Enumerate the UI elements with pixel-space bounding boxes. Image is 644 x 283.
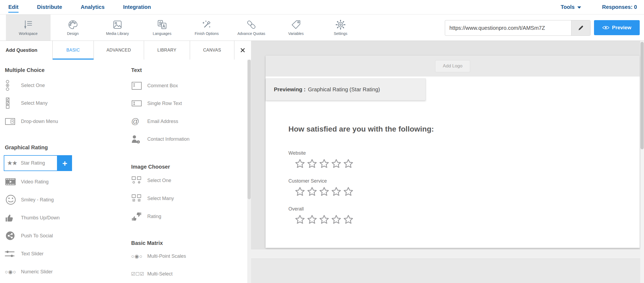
- qtype-image-rating[interactable]: Rating: [131, 211, 251, 222]
- tab-basic[interactable]: BASIC: [52, 41, 93, 60]
- film-icon: [5, 178, 17, 186]
- star-icon[interactable]: [331, 158, 342, 169]
- toolbar-languages[interactable]: Languages: [140, 14, 184, 41]
- star-icon[interactable]: [343, 186, 354, 197]
- star-icon[interactable]: [319, 214, 330, 225]
- add-logo-button[interactable]: Add Logo: [435, 60, 470, 72]
- qtype-comment-box[interactable]: Comment Box: [131, 80, 251, 92]
- toolbar-workspace[interactable]: Workspace: [6, 14, 51, 41]
- qtype-label: Select Many: [147, 196, 174, 201]
- edit-url-button[interactable]: [571, 20, 590, 35]
- at-sign-icon: @: [131, 117, 144, 126]
- qtype-label: Comment Box: [147, 83, 178, 89]
- qtype-select-many[interactable]: Select Many: [5, 97, 126, 109]
- dropdown-box-icon: [5, 115, 17, 127]
- qtype-multi-point-scales[interactable]: ○◉○ Multi-Point Scales: [131, 250, 251, 262]
- toolbar-settings[interactable]: Settings: [318, 14, 363, 41]
- panel-scrollbar-thumb[interactable]: [248, 60, 251, 199]
- survey-url-box: [445, 20, 591, 36]
- nav-right: Tools Responses: 0: [561, 4, 637, 10]
- qtype-star-rating-selected[interactable]: ★★ Star Rating +: [4, 155, 126, 171]
- star-icon[interactable]: [331, 186, 342, 197]
- radio-list-icon: [5, 79, 17, 91]
- translate-icon: [157, 19, 167, 30]
- pane-scrollbar[interactable]: [640, 41, 644, 283]
- star-rating-control: [294, 186, 355, 197]
- tab-advanced[interactable]: ADVANCED: [94, 41, 144, 60]
- survey-url-input[interactable]: [445, 20, 571, 35]
- qtype-thumbs-up-down[interactable]: Thumbs Up/Down: [5, 212, 126, 224]
- preview-button[interactable]: Preview: [594, 20, 640, 35]
- nav-edit[interactable]: Edit: [8, 4, 19, 10]
- qtype-label: Select One: [147, 178, 171, 183]
- qtype-label: Select One: [21, 83, 45, 88]
- toolbar-label: Settings: [334, 31, 348, 36]
- qtype-image-select-one[interactable]: Select One: [131, 175, 251, 186]
- qtype-video-rating[interactable]: Video Rating: [5, 176, 126, 188]
- qtype-smiley-rating[interactable]: Smiley - Rating: [5, 194, 126, 206]
- star-icon[interactable]: [294, 214, 306, 225]
- qtype-label: Select Many: [21, 100, 48, 106]
- qtype-multi-select[interactable]: ☑☐☑ Multi-Select: [131, 268, 251, 280]
- qtype-label: Drop-down Menu: [21, 119, 58, 124]
- qtype-single-row-text[interactable]: Single Row Text: [131, 97, 251, 109]
- toolbar-design[interactable]: Design: [51, 14, 95, 41]
- toolbar-label: Advance Quotas: [237, 31, 265, 36]
- star-rating-box[interactable]: ★★ Star Rating: [4, 155, 58, 171]
- qtype-image-select-many[interactable]: Select Many: [131, 193, 251, 204]
- star-icon[interactable]: [306, 158, 318, 169]
- nav-distribute[interactable]: Distribute: [37, 4, 62, 10]
- add-star-rating-button[interactable]: +: [58, 155, 72, 171]
- star-icon[interactable]: [294, 158, 306, 169]
- single-row-icon: [131, 97, 144, 109]
- nav-integration[interactable]: Integration: [123, 4, 151, 10]
- question-title: How satisfied are you with the following…: [288, 125, 434, 133]
- qtype-email-address[interactable]: @ Email Address: [131, 115, 251, 127]
- star-icon[interactable]: [294, 186, 306, 197]
- star-icon[interactable]: [343, 158, 354, 169]
- star-icon[interactable]: [319, 186, 330, 197]
- toolbar-label: Languages: [153, 31, 171, 36]
- nav-analytics[interactable]: Analytics: [81, 4, 105, 10]
- qtype-push-to-social[interactable]: Push To Social: [5, 230, 126, 242]
- qtype-label: Star Rating: [21, 160, 45, 166]
- pane-lower-strip: [251, 249, 644, 259]
- qtype-label: Numeric Slider: [21, 269, 53, 275]
- star-pair-icon: ★★: [7, 159, 17, 167]
- multi-checkbox-icon: ☑☐☑: [131, 271, 144, 277]
- section-title-graphical-rating: Graphical Rating: [5, 144, 126, 150]
- logo-band: Add Logo: [266, 56, 640, 77]
- star-icon[interactable]: [319, 158, 330, 169]
- toolbar-finish-options[interactable]: Finish Options: [184, 14, 229, 41]
- qtype-contact-information[interactable]: i Contact Information: [131, 133, 251, 145]
- qtype-label: Smiley - Rating: [21, 197, 54, 203]
- star-icon[interactable]: [306, 214, 318, 225]
- star-icon[interactable]: [343, 214, 354, 225]
- toolbar-variables[interactable]: Variables: [274, 14, 318, 41]
- section-title-text: Text: [131, 67, 251, 73]
- tab-library[interactable]: LIBRARY: [144, 41, 190, 60]
- tools-dropdown[interactable]: Tools: [561, 4, 581, 10]
- pane-scrollbar-thumb[interactable]: [641, 42, 644, 149]
- qtype-label: Rating: [147, 214, 161, 219]
- qtype-dropdown-menu[interactable]: Drop-down Menu: [5, 115, 126, 127]
- add-question-title: Add Question: [0, 41, 52, 60]
- qtype-select-one[interactable]: Select One: [5, 79, 126, 91]
- panel-scrollbar[interactable]: [247, 60, 251, 283]
- toolbar-media-library[interactable]: Media Library: [95, 14, 140, 41]
- preview-label: Preview: [612, 25, 631, 31]
- previewing-label: Previewing :: [274, 86, 306, 93]
- qtype-text-slider[interactable]: Text Slider: [5, 248, 126, 260]
- tools-label: Tools: [561, 4, 575, 10]
- star-icon[interactable]: [331, 214, 342, 225]
- checkbox-list-icon: [5, 97, 17, 109]
- qtype-numeric-slider[interactable]: ○◉○ Numeric Slider: [5, 266, 126, 278]
- tab-canvas[interactable]: CANVAS: [190, 41, 234, 60]
- close-panel-button[interactable]: [234, 41, 251, 60]
- star-rating-control: [294, 158, 355, 169]
- responses-count[interactable]: Responses: 0: [602, 4, 637, 10]
- toolbar-advance-quotas[interactable]: Advance Quotas: [229, 14, 274, 41]
- star-icon[interactable]: [306, 186, 318, 197]
- qtype-label: Thumbs Up/Down: [21, 215, 60, 221]
- rating-row-website: Website: [288, 150, 355, 169]
